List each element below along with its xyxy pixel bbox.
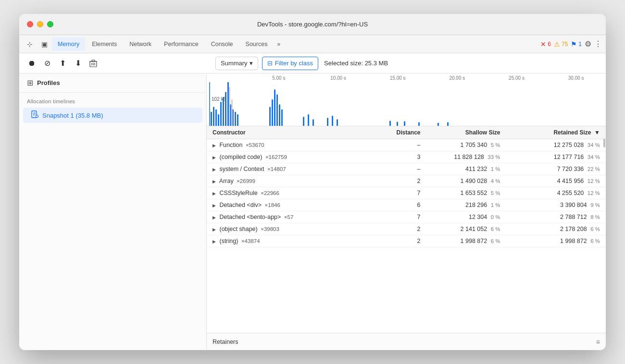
- svg-rect-25: [269, 107, 271, 126]
- window-icon[interactable]: ▣: [38, 37, 51, 51]
- svg-rect-30: [281, 109, 283, 126]
- tick-30s: 30.00 s: [546, 75, 606, 81]
- warning-count: 75: [562, 41, 568, 48]
- expand-icon[interactable]: ▶: [212, 179, 216, 184]
- sidebar: ⊞ Profiles Allocation timelines Snapshot…: [19, 73, 207, 350]
- table-row[interactable]: ▶ CSSStyleRule ×22966 7 1 653 552 5 % 4 …: [207, 187, 606, 199]
- tabs-right-area: ✕ 6 ⚠ 75 ⚑ 1 ⚙ ⋮: [540, 39, 602, 49]
- toolbar: ⏺ ⊘ ⬆ ⬇ Summary ▾ ⊟ F: [19, 53, 606, 73]
- table-row[interactable]: ▶ Array ×26999 2 1 490 028 4 % 4 415 956…: [207, 175, 606, 187]
- tab-elements[interactable]: Elements: [86, 37, 123, 51]
- svg-rect-23: [229, 87, 230, 126]
- timeline-cursor: [209, 82, 210, 126]
- svg-rect-13: [215, 109, 217, 126]
- svg-rect-41: [438, 123, 439, 126]
- constructor-cell: ▶ Detached <div> ×1846: [207, 199, 387, 211]
- snapshot-icon: [31, 110, 38, 120]
- filter-label: Filter by class: [275, 60, 313, 67]
- svg-rect-32: [308, 114, 309, 126]
- tick-25s: 25.00 s: [487, 75, 547, 81]
- main-content: ⊞ Profiles Allocation timelines Snapshot…: [19, 73, 606, 350]
- record-button[interactable]: ⏺: [25, 57, 38, 70]
- expand-icon[interactable]: ▶: [212, 215, 216, 220]
- svg-rect-2: [92, 60, 95, 61]
- table-area[interactable]: Constructor Distance Shallow Size Retain…: [207, 126, 606, 333]
- svg-rect-15: [220, 102, 222, 126]
- scrollbar[interactable]: [603, 126, 606, 333]
- allocation-timelines-label: Allocation timelines: [19, 93, 206, 107]
- col-distance: Distance: [387, 126, 426, 139]
- table-row[interactable]: ▶ Function ×53670 – 1 705 340 5 % 12 275…: [207, 139, 606, 151]
- constructor-cell: ▶ Array ×26999: [207, 175, 387, 187]
- svg-rect-29: [279, 105, 280, 126]
- profiles-icon: ⊞: [27, 78, 33, 87]
- tab-performance[interactable]: Performance: [158, 37, 204, 51]
- maximize-button[interactable]: [47, 21, 53, 27]
- right-panel: 5.00 s 10.00 s 15.00 s 20.00 s 25.00 s 3…: [207, 73, 606, 350]
- filter-button[interactable]: ⊟ Filter by class: [262, 57, 318, 70]
- table-row[interactable]: ▶ Detached <div> ×1846 6 218 296 1 % 3 3…: [207, 199, 606, 211]
- table-row[interactable]: ▶ system / Context ×14807 – 411 232 1 % …: [207, 163, 606, 175]
- load-button[interactable]: ⬆: [56, 57, 69, 70]
- expand-icon[interactable]: ▶: [212, 203, 216, 208]
- tick-15s: 15.00 s: [368, 75, 427, 81]
- info-badge[interactable]: ⚑ 1: [571, 40, 582, 48]
- save-button[interactable]: ⬇: [71, 57, 85, 70]
- error-icon: ✕: [540, 40, 546, 48]
- tab-console[interactable]: Console: [205, 37, 239, 51]
- svg-rect-22: [237, 114, 238, 126]
- warning-icon: ⚠: [554, 40, 560, 48]
- collect-garbage-button[interactable]: [87, 57, 100, 70]
- more-menu-icon[interactable]: ⋮: [594, 39, 602, 49]
- tab-sources[interactable]: Sources: [240, 37, 274, 51]
- error-badge[interactable]: ✕ 6: [540, 40, 551, 48]
- warning-badge[interactable]: ⚠ 75: [554, 40, 568, 48]
- svg-rect-11: [211, 112, 212, 126]
- expand-icon[interactable]: ▶: [212, 191, 216, 196]
- expand-icon[interactable]: ▶: [212, 155, 216, 160]
- svg-rect-16: [223, 97, 224, 126]
- grid-icon[interactable]: ⊹: [23, 37, 37, 51]
- expand-icon[interactable]: ▶: [212, 143, 216, 148]
- table-row[interactable]: ▶ (compiled code) ×162759 3 11 828 128 3…: [207, 151, 606, 163]
- tab-network[interactable]: Network: [124, 37, 157, 51]
- clear-button[interactable]: ⊘: [40, 57, 54, 70]
- settings-icon[interactable]: ⚙: [585, 39, 591, 49]
- table-row[interactable]: ▶ Detached <bento-app> ×57 7 12 304 0 % …: [207, 211, 606, 223]
- svg-rect-37: [389, 121, 391, 126]
- table-row[interactable]: ▶ (string) ×43874 2 1 998 872 6 % 1 998 …: [207, 235, 606, 247]
- svg-rect-42: [447, 122, 449, 126]
- close-button[interactable]: [27, 21, 33, 27]
- tab-memory[interactable]: Memory: [52, 37, 85, 51]
- dropdown-arrow-icon: ▾: [250, 60, 253, 67]
- svg-rect-28: [276, 95, 278, 126]
- info-icon: ⚑: [571, 40, 577, 48]
- retainers-bar: Retainers ≡: [207, 333, 606, 350]
- minimize-button[interactable]: [37, 21, 43, 27]
- col-retained[interactable]: Retained Size ▼: [506, 126, 606, 139]
- constructor-cell: ▶ Function ×53670: [207, 139, 387, 151]
- snapshot1-label: Snapshot 1 (35.8 MB): [42, 112, 103, 119]
- svg-rect-35: [332, 116, 333, 126]
- expand-icon[interactable]: ▶: [212, 227, 216, 232]
- toolbar-left: ⏺ ⊘ ⬆ ⬇: [23, 57, 211, 70]
- toolbar-right: Summary ▾ ⊟ Filter by class Selected siz…: [212, 57, 602, 70]
- memory-table: Constructor Distance Shallow Size Retain…: [207, 126, 606, 247]
- sidebar-item-snapshot1[interactable]: Snapshot 1 (35.8 MB): [23, 108, 202, 123]
- svg-rect-27: [274, 90, 275, 126]
- svg-rect-38: [397, 122, 398, 126]
- expand-icon[interactable]: ▶: [212, 239, 216, 244]
- constructor-cell: ▶ (object shape) ×39803: [207, 223, 387, 235]
- constructor-cell: ▶ (compiled code) ×162759: [207, 151, 387, 163]
- svg-rect-39: [404, 121, 405, 126]
- svg-point-10: [36, 115, 38, 118]
- summary-dropdown[interactable]: Summary ▾: [215, 57, 258, 70]
- retainers-menu-icon[interactable]: ≡: [596, 338, 600, 346]
- constructor-cell: ▶ (string) ×43874: [207, 235, 387, 247]
- expand-icon[interactable]: ▶: [212, 167, 216, 172]
- svg-rect-40: [418, 122, 420, 126]
- more-tabs-button[interactable]: »: [274, 41, 283, 48]
- table-row[interactable]: ▶ (object shape) ×39803 2 2 141 052 6 % …: [207, 223, 606, 235]
- constructor-cell: ▶ system / Context ×14807: [207, 163, 387, 175]
- selected-size-label: Selected size: 25.3 MB: [324, 60, 388, 67]
